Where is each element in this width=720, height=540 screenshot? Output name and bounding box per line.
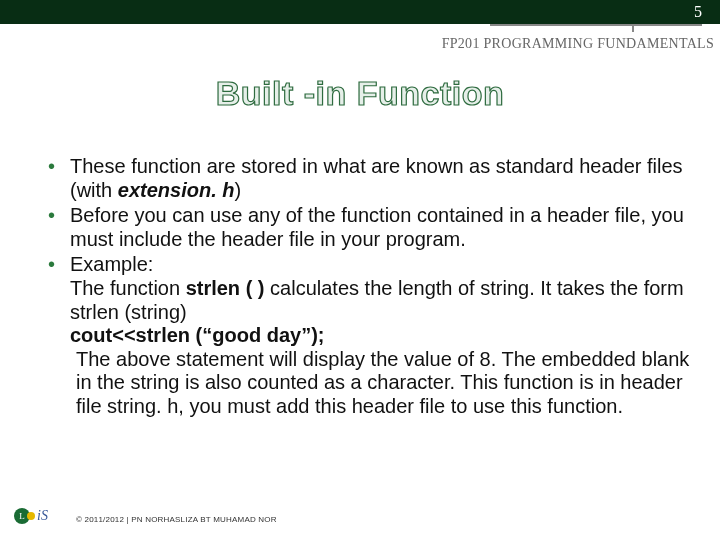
bullet-1-text-b: ) [235,179,242,201]
bullet-2-text: Before you can use any of the function c… [70,204,684,250]
b3-l1-b: strlen ( ) [186,277,265,299]
slide-title: Built -in Function [0,74,720,113]
b3-l1-a: The function [70,277,186,299]
course-code: FP201 PROGRAMMING FUNDAMENTALS [442,36,714,52]
top-sep [632,26,634,32]
bullet-3-line1: The function strlen ( ) calculates the l… [70,277,692,324]
body-text: These function are stored in what are kn… [48,155,692,421]
top-underline [490,24,702,26]
page-number: 5 [694,3,702,21]
bullet-3-line3: The above statement will display the val… [70,348,692,419]
slide: 5 FP201 PROGRAMMING FUNDAMENTALS Built -… [0,0,720,540]
top-bar [0,0,720,24]
logo-dot-icon [27,512,35,520]
bullet-1-ext: extension. h [118,179,235,201]
footer-logo: LiS [14,506,58,528]
copyright-text: © 2011/2012 | PN NORHASLIZA BT MUHAMAD N… [76,515,277,524]
logo-text: iS [37,508,48,524]
bullet-3-line2: cout<<strlen (“good day”); [70,324,692,348]
bullet-3: Example: The function strlen ( ) calcula… [48,253,692,418]
bullet-2: Before you can use any of the function c… [48,204,692,251]
bullet-1: These function are stored in what are kn… [48,155,692,202]
bullet-3-label: Example: [70,253,153,275]
